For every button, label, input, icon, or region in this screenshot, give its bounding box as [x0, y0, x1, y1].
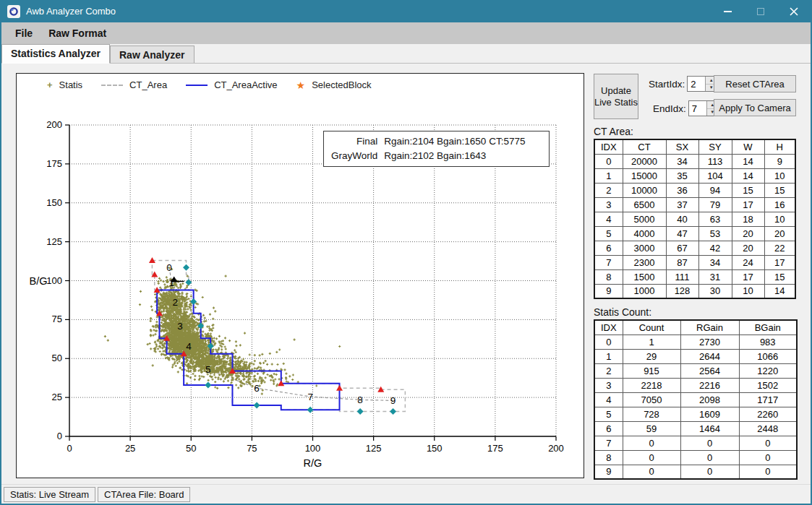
table-cell[interactable]: 1502: [739, 378, 797, 392]
table-cell[interactable]: 7: [594, 255, 623, 269]
tab-statistics-analyzer[interactable]: Statistics Analyzer: [1, 44, 110, 64]
table-cell[interactable]: 0: [594, 154, 623, 168]
table-cell[interactable]: 128: [666, 284, 698, 298]
table-cell[interactable]: 79: [698, 197, 732, 212]
table-cell[interactable]: 2644: [680, 349, 739, 363]
table-cell[interactable]: 113: [698, 154, 732, 168]
table-cell[interactable]: 7050: [623, 392, 680, 407]
table-cell[interactable]: 2: [594, 183, 623, 197]
table-cell[interactable]: 37: [666, 197, 698, 212]
table-cell[interactable]: 2448: [739, 421, 797, 436]
menu-raw-format[interactable]: Raw Format: [40, 24, 114, 43]
table-cell[interactable]: 18: [732, 212, 764, 226]
table-row[interactable]: 012730983: [594, 334, 797, 349]
table-cell[interactable]: 34: [698, 255, 732, 269]
table-row[interactable]: 291525641220: [594, 363, 797, 378]
close-button[interactable]: [777, 0, 811, 22]
table-cell[interactable]: 3000: [623, 241, 666, 255]
table-cell[interactable]: 42: [698, 241, 732, 255]
table-row[interactable]: 9000: [594, 465, 797, 479]
table-cell[interactable]: 20000: [623, 154, 666, 168]
table-cell[interactable]: 8: [594, 450, 623, 465]
table-row[interactable]: 02000034113149: [594, 154, 795, 168]
table-cell[interactable]: 10: [764, 212, 795, 226]
table-cell[interactable]: 104: [698, 168, 732, 183]
table-cell[interactable]: 1220: [739, 363, 797, 378]
table-row[interactable]: 91000128301014: [594, 284, 795, 298]
table-cell[interactable]: 40: [666, 212, 698, 226]
table-row[interactable]: 8000: [594, 450, 797, 465]
table-cell[interactable]: 59: [623, 421, 680, 436]
maximize-button[interactable]: [744, 0, 777, 22]
table-cell[interactable]: 1: [623, 334, 680, 349]
tab-raw-analyzer[interactable]: Raw Analyzer: [110, 46, 195, 63]
table-cell[interactable]: 17: [764, 255, 795, 269]
table-cell[interactable]: 20: [732, 226, 764, 241]
table-row[interactable]: 5400047532020: [594, 226, 795, 241]
table-cell[interactable]: 6500: [623, 197, 666, 212]
table-cell[interactable]: 4: [594, 392, 623, 407]
table-cell[interactable]: 15: [764, 269, 795, 284]
table-cell[interactable]: 10: [732, 284, 764, 298]
table-row[interactable]: 6300067422022: [594, 241, 795, 255]
table-cell[interactable]: 0: [739, 465, 797, 479]
table-cell[interactable]: 20: [764, 226, 795, 241]
table-cell[interactable]: 2260: [739, 407, 797, 421]
table-cell[interactable]: 34: [666, 154, 698, 168]
table-cell[interactable]: 0: [739, 436, 797, 450]
table-cell[interactable]: 1717: [739, 392, 797, 407]
startidx-value[interactable]: 2: [688, 77, 705, 91]
endidx-value[interactable]: 7: [689, 101, 706, 116]
table-cell[interactable]: 22: [764, 241, 795, 255]
table-row[interactable]: 21000036941515: [594, 183, 795, 197]
table-cell[interactable]: 4: [594, 212, 623, 226]
table-cell[interactable]: 2218: [623, 378, 680, 392]
table-cell[interactable]: 15: [764, 183, 795, 197]
table-cell[interactable]: 0: [594, 334, 623, 349]
table-cell[interactable]: 53: [698, 226, 732, 241]
table-row[interactable]: 3650037791716: [594, 197, 795, 212]
minimize-button[interactable]: [711, 0, 744, 22]
table-cell[interactable]: 15000: [623, 168, 666, 183]
table-row[interactable]: 7000: [594, 436, 797, 450]
table-cell[interactable]: 8: [594, 269, 623, 284]
table-cell[interactable]: 1: [594, 168, 623, 183]
table-cell[interactable]: 3: [594, 378, 623, 392]
table-cell[interactable]: 1000: [623, 284, 666, 298]
table-cell[interactable]: 14: [732, 154, 764, 168]
table-cell[interactable]: 7: [594, 436, 623, 450]
table-cell[interactable]: 2: [594, 363, 623, 378]
apply-to-camera-button[interactable]: Apply To Camera: [714, 99, 796, 116]
table-cell[interactable]: 35: [666, 168, 698, 183]
table-cell[interactable]: 1464: [680, 421, 739, 436]
table-cell[interactable]: 10000: [623, 183, 666, 197]
table-cell[interactable]: 24: [732, 255, 764, 269]
table-cell[interactable]: 16: [764, 197, 795, 212]
table-cell[interactable]: 17: [732, 269, 764, 284]
startidx-spinbox[interactable]: 2 ▲ ▼: [687, 76, 717, 92]
table-cell[interactable]: 0: [680, 465, 739, 479]
table-cell[interactable]: 2564: [680, 363, 739, 378]
table-cell[interactable]: 0: [739, 450, 797, 465]
table-cell[interactable]: 10: [764, 168, 795, 183]
table-cell[interactable]: 3: [594, 197, 623, 212]
table-row[interactable]: 81500111311715: [594, 269, 795, 284]
table-cell[interactable]: 0: [623, 465, 680, 479]
table-row[interactable]: 572816092260: [594, 407, 797, 421]
menu-file[interactable]: File: [7, 24, 40, 43]
table-cell[interactable]: 0: [623, 436, 680, 450]
table-row[interactable]: 3221822161502: [594, 378, 797, 392]
table-cell[interactable]: 1066: [739, 349, 797, 363]
table-cell[interactable]: 31: [698, 269, 732, 284]
table-cell[interactable]: 5: [594, 226, 623, 241]
table-cell[interactable]: 111: [666, 269, 698, 284]
table-cell[interactable]: 4000: [623, 226, 666, 241]
table-cell[interactable]: 6: [594, 421, 623, 436]
table-cell[interactable]: 1500: [623, 269, 666, 284]
table-cell[interactable]: 9: [594, 284, 623, 298]
table-cell[interactable]: 915: [623, 363, 680, 378]
table-cell[interactable]: 94: [698, 183, 732, 197]
table-cell[interactable]: 36: [666, 183, 698, 197]
table-cell[interactable]: 87: [666, 255, 698, 269]
table-cell[interactable]: 15: [732, 183, 764, 197]
